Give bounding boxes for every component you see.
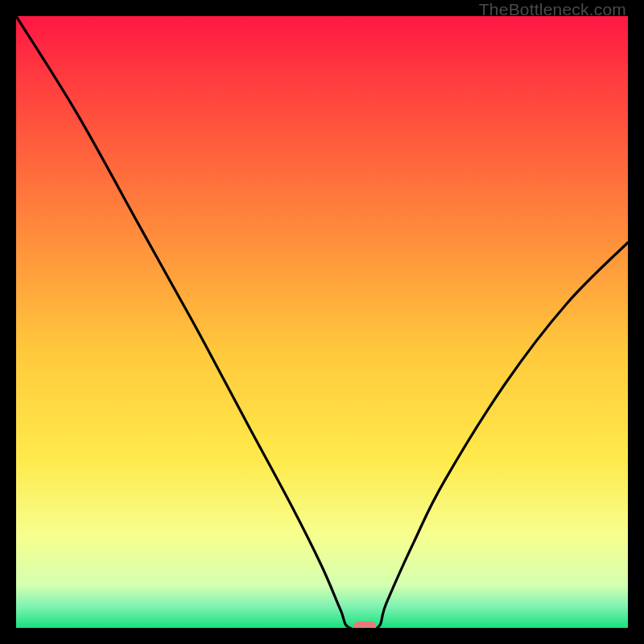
watermark-text: TheBottleneck.com (479, 0, 626, 19)
bottleneck-chart (16, 16, 628, 628)
plot-area (16, 16, 628, 628)
optimal-marker (353, 621, 376, 628)
gradient-background (16, 16, 628, 628)
chart-frame: TheBottleneck.com (0, 0, 644, 644)
